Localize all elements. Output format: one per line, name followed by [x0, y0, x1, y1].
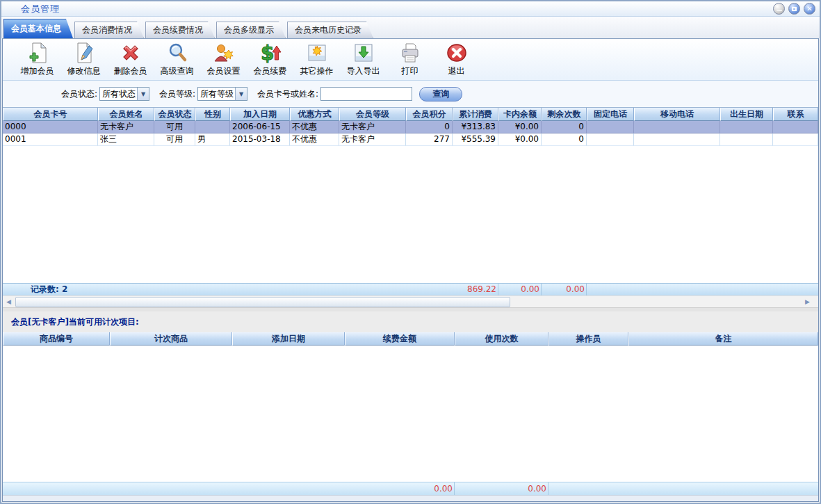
- toolbar-label: 会员设置: [207, 65, 241, 77]
- main-content: 增加会员 修改信息 删除会员: [2, 38, 819, 502]
- items-table-summary: 0.00 0.00: [3, 482, 818, 495]
- delete-member-icon: [120, 42, 142, 64]
- edit-info-icon: [73, 42, 95, 64]
- column-header[interactable]: 固定电话: [587, 108, 634, 121]
- toolbar-label: 会员续费: [254, 65, 287, 77]
- edit-info-button[interactable]: 修改信息: [60, 40, 107, 79]
- column-header[interactable]: 剩余次数: [542, 108, 587, 121]
- table-row[interactable]: 0001 张三 可用 男 2015-03-18 不优惠 无卡客户 277 ¥55…: [3, 133, 818, 146]
- tab-member-basic-info[interactable]: 会员基本信息: [3, 19, 73, 38]
- member-table-header: 会员卡号 会员姓名 会员状态 性别 加入日期 优惠方式 会员等级 会员积分 累计…: [3, 108, 818, 121]
- cell-discount: 不优惠: [290, 121, 339, 133]
- member-settings-icon: [213, 42, 235, 64]
- title-bar: 会员管理 ✕: [1, 1, 820, 17]
- member-level-value: 所有等级: [198, 88, 235, 100]
- tab-member-multilevel[interactable]: 会员多级显示: [216, 22, 286, 38]
- chevron-down-icon: ▼: [137, 88, 149, 100]
- column-header[interactable]: 优惠方式: [290, 108, 339, 121]
- member-renew-icon: $: [259, 42, 282, 64]
- cell-join-date: 2006-06-15: [230, 121, 290, 133]
- column-header[interactable]: 添加日期: [232, 332, 345, 346]
- cell-level: 无卡客户: [339, 121, 406, 133]
- toolbar: 增加会员 修改信息 删除会员: [3, 39, 818, 81]
- items-table-header: 商品编号 计次商品 添加日期 续费金额 使用次数 操作员 备注: [3, 332, 818, 346]
- cell-balance: ¥0.00: [498, 133, 542, 146]
- use-count-sum: 0.00: [455, 482, 548, 495]
- member-table: 会员卡号 会员姓名 会员状态 性别 加入日期 优惠方式 会员等级 会员积分 累计…: [3, 107, 818, 283]
- cell-points: 0: [406, 121, 453, 133]
- horizontal-scrollbar[interactable]: ◀ ▶: [3, 295, 818, 307]
- scroll-right-arrow-icon[interactable]: ▶: [802, 297, 813, 307]
- member-status-select[interactable]: 所有状态 ▼: [99, 87, 149, 101]
- table-row[interactable]: 0000 无卡客户 可用 2006-06-15 不优惠 无卡客户 0 ¥313.…: [3, 121, 818, 133]
- close-button[interactable]: ✕: [804, 3, 815, 15]
- cell-status: 可用: [154, 121, 195, 133]
- advanced-query-button[interactable]: 高级查询: [154, 40, 200, 79]
- tab-member-call-history[interactable]: 会员来电历史记录: [287, 22, 373, 38]
- cell-points: 277: [406, 133, 453, 146]
- cell-join-date: 2015-03-18: [230, 133, 290, 146]
- cell-status: 可用: [154, 133, 195, 146]
- member-table-summary: 记录数: 2 869.22 0.00 0.00: [3, 283, 818, 295]
- minimize-icon: [777, 10, 782, 11]
- tab-member-consumption[interactable]: 会员消费情况: [74, 22, 144, 38]
- column-header[interactable]: 会员等级: [339, 108, 406, 121]
- column-header[interactable]: 会员状态: [154, 108, 195, 121]
- remaining-sum: 0.00: [542, 284, 587, 295]
- column-header[interactable]: 卡内余额: [498, 108, 542, 121]
- member-settings-button[interactable]: 会员设置: [200, 40, 247, 79]
- print-button[interactable]: 打印: [387, 40, 433, 79]
- import-export-button[interactable]: 导入导出: [340, 40, 387, 79]
- exit-button[interactable]: 退出: [433, 40, 480, 79]
- scroll-left-arrow-icon[interactable]: ◀: [3, 297, 14, 307]
- scrollbar-thumb[interactable]: [15, 297, 510, 307]
- card-or-name-label: 会员卡号或姓名:: [257, 88, 318, 100]
- section-label: 会员[无卡客户]当前可用计次项目:: [3, 311, 818, 332]
- app-window: 会员管理 ✕ 会员基本信息 会员消费情况 会员续费情况 会员多级显示 会员来电历…: [0, 0, 821, 504]
- column-header[interactable]: 商品编号: [3, 332, 110, 346]
- cell-remaining: 0: [542, 133, 587, 146]
- member-level-select[interactable]: 所有等级 ▼: [197, 87, 247, 101]
- cell-name: 无卡客户: [98, 121, 154, 133]
- column-header[interactable]: 操作员: [548, 332, 628, 346]
- member-renew-button[interactable]: $ 会员续费: [247, 40, 293, 79]
- column-header[interactable]: 性别: [195, 108, 230, 121]
- column-header[interactable]: 移动电话: [634, 108, 720, 121]
- cell-gender: [195, 121, 230, 133]
- cell-balance: ¥0.00: [498, 121, 542, 133]
- column-header[interactable]: 续费金额: [345, 332, 455, 346]
- column-header[interactable]: 出生日期: [720, 108, 773, 121]
- column-header[interactable]: 会员卡号: [3, 108, 98, 121]
- add-member-button[interactable]: 增加会员: [14, 40, 60, 79]
- member-level-label: 会员等级:: [159, 88, 195, 100]
- record-count: 记录数: 2: [3, 284, 195, 295]
- card-or-name-input[interactable]: [320, 87, 412, 101]
- toolbar-label: 其它操作: [300, 65, 334, 77]
- cell-gender: 男: [195, 133, 230, 146]
- window-title: 会员管理: [21, 3, 60, 15]
- column-header[interactable]: 累计消费: [453, 108, 498, 121]
- toolbar-label: 高级查询: [161, 65, 194, 77]
- maximize-button[interactable]: [788, 3, 800, 15]
- column-header[interactable]: 使用次数: [455, 332, 548, 346]
- cell-mobile: [634, 133, 720, 146]
- query-button[interactable]: 查询: [419, 87, 462, 101]
- other-operations-button[interactable]: 其它操作: [293, 40, 340, 79]
- chevron-down-icon: ▼: [235, 88, 247, 100]
- column-header[interactable]: 会员姓名: [98, 108, 154, 121]
- column-header[interactable]: 联系: [773, 108, 818, 121]
- tab-member-renewal[interactable]: 会员续费情况: [145, 22, 215, 38]
- member-status-label: 会员状态:: [61, 88, 97, 100]
- window-controls: ✕: [773, 3, 815, 15]
- delete-member-button[interactable]: 删除会员: [107, 40, 154, 79]
- column-header[interactable]: 备注: [628, 332, 818, 346]
- toolbar-label: 导入导出: [347, 65, 380, 77]
- cell-mobile: [634, 121, 720, 133]
- member-status-value: 所有状态: [100, 88, 137, 100]
- toolbar-label: 增加会员: [21, 65, 54, 77]
- minimize-button[interactable]: [773, 3, 785, 15]
- column-header[interactable]: 会员积分: [406, 108, 453, 121]
- column-header[interactable]: 加入日期: [230, 108, 290, 121]
- column-header[interactable]: 计次商品: [110, 332, 232, 346]
- cell-phone: [587, 121, 634, 133]
